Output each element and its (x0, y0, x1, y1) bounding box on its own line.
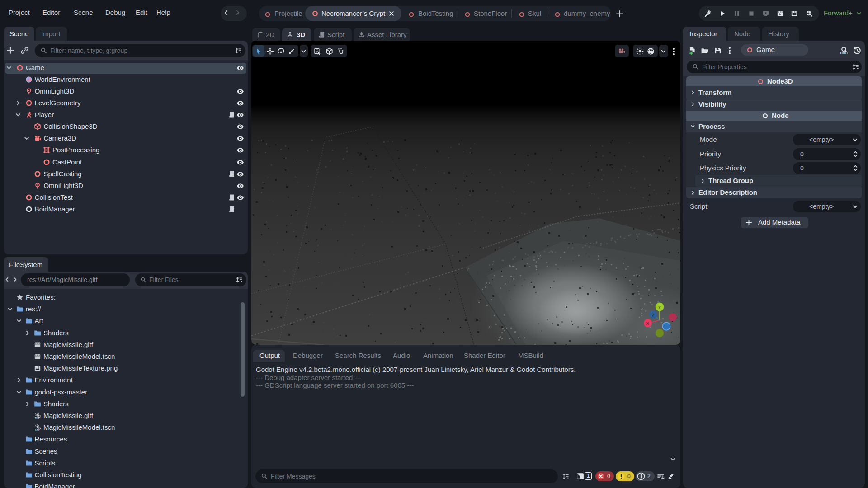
svg-text:Y: Y (658, 305, 661, 310)
svg-text:X: X (646, 321, 650, 326)
svg-text:TXT: TXT (35, 417, 40, 419)
svg-text:Z: Z (652, 312, 655, 317)
svg-text:DOC: DOC (840, 51, 848, 55)
svg-text:TXT: TXT (35, 428, 40, 431)
